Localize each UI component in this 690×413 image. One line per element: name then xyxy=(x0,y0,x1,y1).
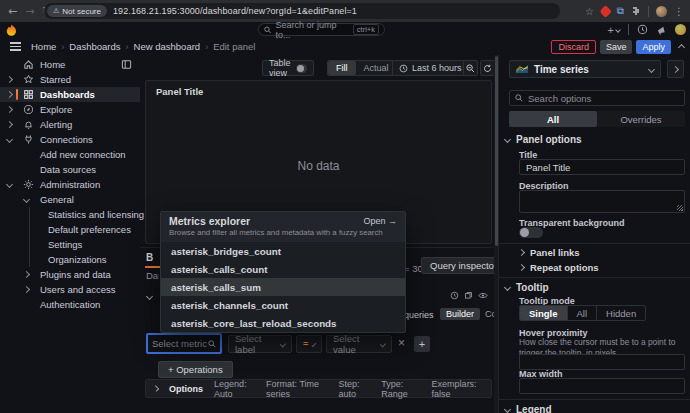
legend-section-header[interactable]: Legend xyxy=(505,404,552,413)
add-filter-button[interactable]: + xyxy=(414,336,430,352)
chevron-right-icon[interactable] xyxy=(6,76,13,83)
fill-option[interactable]: Fill xyxy=(328,61,356,75)
select-label-dropdown[interactable]: Select label xyxy=(228,335,292,353)
sidebar-item-general[interactable]: General xyxy=(0,192,140,207)
breadcrumb-new-dashboard[interactable]: New dashboard xyxy=(134,41,201,52)
sidebar-item-dashboards[interactable]: Dashboards xyxy=(0,87,140,102)
toggle-switch[interactable] xyxy=(296,64,307,73)
save-button[interactable]: Save xyxy=(600,40,633,54)
browser-profile-avatar[interactable] xyxy=(656,6,667,17)
eye-icon[interactable] xyxy=(478,291,488,300)
new-menu-button[interactable]: + xyxy=(608,24,620,36)
options-label[interactable]: Options xyxy=(169,384,203,394)
breadcrumb-home[interactable]: Home xyxy=(31,41,56,52)
chevron-down-icon[interactable] xyxy=(6,181,13,188)
search-options-input[interactable]: Search options xyxy=(509,90,685,106)
visualization-picker[interactable]: Time series xyxy=(509,60,661,78)
sidebar-item-plugins-and-data[interactable]: Plugins and data xyxy=(0,267,140,282)
duplicate-icon[interactable] xyxy=(464,291,473,300)
table-view-toggle[interactable]: Table view xyxy=(262,60,314,76)
collapse-pane-icon[interactable] xyxy=(678,43,685,50)
sidebar-item-alerting[interactable]: Alerting xyxy=(0,117,140,132)
browser-back-icon[interactable]: ← xyxy=(8,5,17,18)
tab-overrides[interactable]: Overrides xyxy=(597,111,685,127)
sidebar-item-users-and-access[interactable]: Users and access xyxy=(0,282,140,297)
description-textarea[interactable] xyxy=(519,190,685,213)
metrics-explorer-open-link[interactable]: Open → xyxy=(363,216,397,226)
chevron-down-icon[interactable] xyxy=(23,196,30,203)
extensions-puzzle-icon[interactable] xyxy=(631,6,641,16)
operator-dropdown[interactable]: = xyxy=(296,335,322,353)
tooltip-mode-all[interactable]: All xyxy=(567,306,597,320)
help-icon[interactable] xyxy=(637,24,648,35)
panel-links-section[interactable]: Panel links xyxy=(519,247,580,258)
sidebar-item-authentication[interactable]: Authentication xyxy=(0,297,140,312)
run-queries-fragment[interactable]: queries xyxy=(404,310,434,320)
chevron-right-icon[interactable] xyxy=(23,271,30,278)
sidebar-item-home[interactable]: Home xyxy=(0,57,140,72)
tooltip-mode-hidden[interactable]: Hidden xyxy=(596,306,645,320)
operations-button[interactable]: + Operations xyxy=(158,361,233,378)
chevron-right-icon[interactable] xyxy=(6,91,13,98)
metrics-explorer-header[interactable]: Metrics explorer Open → Browse and filte… xyxy=(161,212,405,242)
remove-filter-button[interactable]: × xyxy=(398,336,405,350)
refresh-button[interactable] xyxy=(480,60,495,76)
repeat-options-section[interactable]: Repeat options xyxy=(519,262,599,273)
grafana-logo[interactable] xyxy=(5,24,18,37)
panel-title-input[interactable]: Panel Title xyxy=(519,159,685,175)
builder-option[interactable]: Builder xyxy=(440,308,480,320)
metric-option-highlighted[interactable]: asterisk_calls_sum xyxy=(161,278,405,296)
news-icon[interactable] xyxy=(656,24,667,35)
apply-button[interactable]: Apply xyxy=(636,40,671,54)
panel-options-section-header[interactable]: Panel options xyxy=(505,134,582,145)
user-avatar[interactable] xyxy=(675,24,686,35)
sidebar-item-default-preferences[interactable]: Default preferences xyxy=(0,222,140,237)
browser-forward-icon[interactable]: → xyxy=(25,5,34,18)
datasource-fragment[interactable]: Dat xyxy=(146,270,159,281)
sidebar-item-data-sources[interactable]: Data sources xyxy=(0,162,140,177)
tooltip-section-header[interactable]: Tooltip xyxy=(505,282,549,293)
transparent-background-toggle[interactable] xyxy=(519,227,543,238)
select-metric-input[interactable]: Select metric xyxy=(146,333,222,354)
sidebar-item-connections[interactable]: Connections xyxy=(0,132,140,147)
chevron-down-icon[interactable] xyxy=(6,136,13,143)
dock-menu-icon[interactable] xyxy=(121,59,132,70)
chevron-right-icon[interactable] xyxy=(23,286,30,293)
browser-menu-icon[interactable]: ⋮ xyxy=(674,6,684,17)
chevron-right-icon[interactable] xyxy=(6,121,13,128)
sidebar-item-statistics-licensing[interactable]: Statistics and licensing xyxy=(0,207,140,222)
clock-icon[interactable] xyxy=(450,291,459,300)
metric-option[interactable]: asterisk_channels_count xyxy=(161,296,405,314)
max-width-input[interactable] xyxy=(519,378,685,394)
sidebar-item-explore[interactable]: Explore xyxy=(0,102,140,117)
metric-option[interactable]: asterisk_calls_count xyxy=(161,260,405,278)
bookmark-star-icon[interactable]: ☆ xyxy=(585,6,594,17)
zoom-out-button[interactable] xyxy=(463,60,478,76)
extension-link-icon[interactable]: ⧉ xyxy=(617,5,624,17)
url-text[interactable]: 192.168.21.195:3000/dashboard/new?orgId=… xyxy=(113,6,357,16)
metric-option[interactable]: asterisk_bridges_count xyxy=(161,242,405,260)
global-search-input[interactable]: Search or jump to... ctrl+k xyxy=(258,23,385,36)
select-value-dropdown[interactable]: Select value xyxy=(326,335,392,353)
sidebar-item-settings[interactable]: Settings xyxy=(0,237,140,252)
query-tab-fragment[interactable]: B xyxy=(146,252,153,263)
tooltip-mode-single[interactable]: Single xyxy=(520,306,567,320)
viz-suggestions-button[interactable] xyxy=(667,60,684,78)
extension-pen-icon[interactable] xyxy=(599,5,612,18)
metric-option[interactable]: asterisk_core_properties xyxy=(161,332,405,333)
tab-all[interactable]: All xyxy=(509,111,597,127)
hover-proximity-input[interactable] xyxy=(519,354,685,370)
sidebar-item-organizations[interactable]: Organizations xyxy=(0,252,140,267)
discard-button[interactable]: Discard xyxy=(551,40,596,54)
chevron-right-icon[interactable] xyxy=(6,106,13,113)
query-options-row[interactable]: Options Legend: Auto Format: Time series… xyxy=(145,379,492,398)
sidebar-item-administration[interactable]: Administration xyxy=(0,177,140,192)
sidebar-item-starred[interactable]: Starred xyxy=(0,72,140,87)
breadcrumb-dashboards[interactable]: Dashboards xyxy=(69,41,120,52)
menu-toggle-icon[interactable] xyxy=(10,42,21,50)
actual-option[interactable]: Actual xyxy=(356,61,397,75)
metric-option[interactable]: asterisk_core_last_reload_seconds xyxy=(161,314,405,332)
security-chip[interactable]: ⚠ Not secure xyxy=(47,5,107,17)
url-bar[interactable]: ⚠ Not secure 192.168.21.195:3000/dashboa… xyxy=(44,3,560,19)
query-collapse-icon[interactable] xyxy=(146,293,153,300)
